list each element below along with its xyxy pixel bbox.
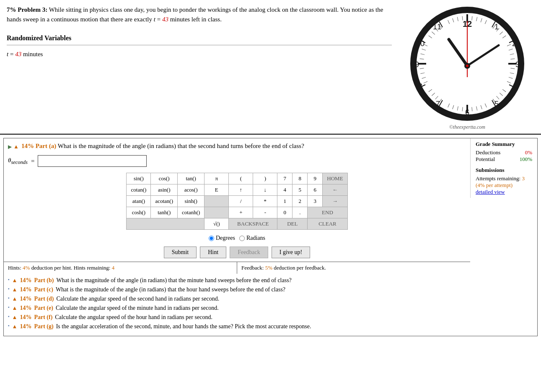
detailed-view-link[interactable]: detailed view <box>476 189 505 195</box>
hint-button[interactable]: Hint <box>200 247 226 258</box>
key-6[interactable]: 6 <box>308 184 323 196</box>
problem-label: Problem <box>18 6 42 13</box>
potential-row: Potential 100% <box>476 156 532 163</box>
key-multiply[interactable]: * <box>253 196 277 207</box>
key-2[interactable]: 2 <box>293 196 308 207</box>
key-lparen[interactable]: ( <box>229 173 253 184</box>
key-sinh[interactable]: sinh() <box>178 196 204 207</box>
key-up[interactable]: ↑ <box>229 184 253 196</box>
copyright-text: ©theexpertta.com <box>449 124 485 130</box>
key-9[interactable]: 9 <box>308 173 323 184</box>
key-cotanh[interactable]: cotanh() <box>178 207 204 218</box>
key-left[interactable]: ← <box>323 184 347 196</box>
svg-text:6: 6 <box>465 108 469 117</box>
key-down[interactable]: ↓ <box>253 184 277 196</box>
randomized-vars-section: Randomized Variables t = 43 minutes <box>7 33 392 60</box>
key-dot[interactable]: . <box>293 207 308 218</box>
key-end[interactable]: END <box>308 207 347 218</box>
equals-sign: = <box>157 16 162 23</box>
feedback-button: Feedback <box>230 247 268 258</box>
deductions-label: Deductions <box>476 149 500 156</box>
part-c-row: ▪ ▲ 14% Part (c) What is the magnitude o… <box>8 286 533 293</box>
key-pi[interactable]: π <box>204 173 229 184</box>
part-a-question: What is the magnitude of the angle (in r… <box>58 143 304 149</box>
key-cos[interactable]: cos() <box>151 173 178 184</box>
part-3-question: Calculate the angular speed of the minut… <box>56 305 219 312</box>
key-5[interactable]: 5 <box>293 184 308 196</box>
key-right[interactable]: → <box>323 196 347 207</box>
key-plus[interactable]: + <box>229 207 253 218</box>
keypad-row-1: sin() cos() tan() π ( ) 7 8 9 HOME <box>127 173 347 184</box>
key-rparen[interactable]: ) <box>253 173 277 184</box>
other-parts: ▪ ▲ 14% Part (b) What is the magnitude o… <box>4 274 537 336</box>
answer-input[interactable] <box>38 155 147 167</box>
play-icon[interactable]: ▶ <box>8 144 12 150</box>
warning-icon-1: ▲ <box>12 286 18 293</box>
equals-label: = <box>31 158 34 165</box>
t-unit: minutes left in class. <box>170 16 222 23</box>
t-var: t <box>154 16 155 23</box>
key-cosh[interactable]: cosh() <box>127 207 151 218</box>
key-8[interactable]: 8 <box>293 173 308 184</box>
key-acotan[interactable]: acotan() <box>151 196 178 207</box>
key-backspace[interactable]: BACKSPACE <box>229 218 277 230</box>
keypad-row-4: cosh() tanh() cotanh() + - 0 . END <box>127 207 347 218</box>
part-a-icons: ▶ ▲ <box>8 143 19 150</box>
key-minus[interactable]: - <box>253 207 277 218</box>
key-sin[interactable]: sin() <box>127 173 151 184</box>
key-tanh[interactable]: tanh() <box>151 207 178 218</box>
radians-label[interactable]: Radians <box>239 235 265 241</box>
radians-text: Radians <box>246 235 265 241</box>
part-2-question: Calculate the angular speed of the secon… <box>56 296 219 302</box>
checkbox-icon-5: ▪ <box>8 323 10 328</box>
part-f-row: ▪ ▲ 14% Part (f) Calculate the angular s… <box>8 314 533 321</box>
t-equals: = <box>10 51 15 57</box>
part-5-label: Part (g) <box>34 323 53 330</box>
key-4[interactable]: 4 <box>277 184 293 196</box>
degrees-label[interactable]: Degrees <box>209 235 235 241</box>
part-3-percent: 14% <box>20 305 31 312</box>
checkbox-icon-4: ▪ <box>8 314 10 319</box>
part-4-question: Calculate the angular speed of the hour … <box>55 314 212 321</box>
svg-text:11: 11 <box>433 23 441 31</box>
key-E[interactable]: E <box>204 184 229 196</box>
key-home[interactable]: HOME <box>323 173 347 184</box>
radians-radio[interactable] <box>239 236 245 241</box>
key-7[interactable]: 7 <box>277 173 293 184</box>
part-2-label: Part (d) <box>34 296 54 302</box>
key-divide[interactable]: / <box>229 196 253 207</box>
theta-sub: seconds <box>11 159 28 165</box>
grade-summary: Grade Summary Deductions 0% Potential 10… <box>470 138 537 198</box>
key-3[interactable]: 3 <box>308 196 323 207</box>
key-clear[interactable]: CLEAR <box>308 218 347 230</box>
key-0[interactable]: 0 <box>277 207 293 218</box>
button-row: Submit Hint Feedback I give up! <box>4 243 470 262</box>
key-sqrt[interactable]: √() <box>204 218 229 230</box>
bottom-section: ▶ ▲ 14% Part (a) What is the magnitude o… <box>3 138 538 336</box>
key-asin[interactable]: asin() <box>151 184 178 196</box>
attempts-text: Attempts remaining: <box>476 175 520 182</box>
key-1[interactable]: 1 <box>277 196 293 207</box>
part-g-row: ▪ ▲ 14% Part (g) Is the angular accelera… <box>8 323 533 330</box>
keypad-row-3: atan() acotan() sinh() / * 1 2 3 → <box>127 196 347 207</box>
key-cotan[interactable]: cotan() <box>127 184 151 196</box>
submissions-area: Submissions Attempts remaining: 3 (4% pe… <box>476 167 532 195</box>
keypad-area: sin() cos() tan() π ( ) 7 8 9 HOME cotan… <box>4 171 470 233</box>
svg-text:3: 3 <box>515 60 520 69</box>
hints-label: Hints: <box>8 265 21 271</box>
key-atan[interactable]: atan() <box>127 196 151 207</box>
feedback-label: Feedback: <box>241 265 264 271</box>
give-up-button[interactable]: I give up! <box>272 247 310 258</box>
rate-text: (4% per attempt) <box>476 182 532 189</box>
potential-value: 100% <box>520 156 532 163</box>
part-a-content: 14% Part (a) What is the magnitude of th… <box>21 143 304 150</box>
submit-button[interactable]: Submit <box>164 247 197 258</box>
warning-icon-a: ▲ <box>13 143 19 150</box>
degrees-radio[interactable] <box>209 236 214 241</box>
key-tan[interactable]: tan() <box>178 173 204 184</box>
key-del[interactable]: DEL <box>277 218 308 230</box>
key-acos[interactable]: acos() <box>178 184 204 196</box>
part-5-question: Is the angular acceleration of the secon… <box>56 323 311 330</box>
part-4-label: Part (f) <box>34 314 52 321</box>
svg-text:5: 5 <box>494 100 499 108</box>
